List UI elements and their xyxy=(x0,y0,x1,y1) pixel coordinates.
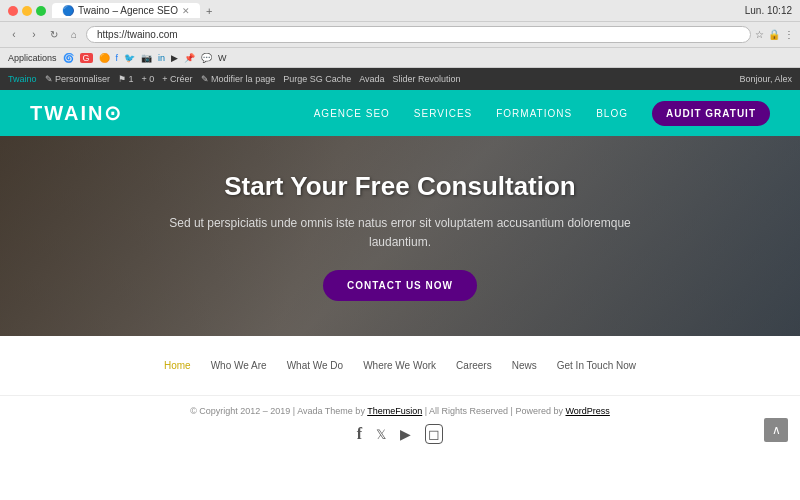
site-logo: TWAIN⊙ xyxy=(30,101,314,125)
nav-blog[interactable]: BLOG xyxy=(596,108,628,119)
wordpress-link[interactable]: WordPress xyxy=(566,406,610,416)
admin-customize[interactable]: ✎ Personnaliser xyxy=(45,74,111,84)
footer-nav-where-we-work[interactable]: Where We Work xyxy=(363,360,436,371)
footer-bottom: © Copyright 2012 – 2019 | Avada Theme by… xyxy=(0,396,800,454)
bookmark-7[interactable]: in xyxy=(158,53,165,63)
nav-services[interactable]: SERVICES xyxy=(414,108,472,119)
nav-links: AGENCE SEO SERVICES FORMATIONS BLOG AUDI… xyxy=(314,101,770,126)
facebook-icon[interactable]: f xyxy=(357,425,362,443)
youtube-icon[interactable]: ▶ xyxy=(400,426,411,442)
instagram-icon[interactable]: ◻ xyxy=(425,424,443,444)
hero-title: Start Your Free Consultation xyxy=(150,171,650,202)
admin-create[interactable]: + Créer xyxy=(162,74,192,84)
footer-nav: Home Who We Are What We Do Where We Work… xyxy=(0,336,800,396)
themefusion-link[interactable]: ThemeFusion xyxy=(367,406,422,416)
address-bar-icons: ☆🔒⋮ xyxy=(755,29,794,40)
bookmark-1[interactable]: 🌀 xyxy=(63,53,74,63)
footer-nav-what-we-do[interactable]: What We Do xyxy=(287,360,344,371)
bookmark-3[interactable]: 🟠 xyxy=(99,53,110,63)
bookmark-6[interactable]: 📷 xyxy=(141,53,152,63)
footer-nav-news[interactable]: News xyxy=(512,360,537,371)
nav-agence-seo[interactable]: AGENCE SEO xyxy=(314,108,390,119)
admin-comments[interactable]: ⚑ 1 xyxy=(118,74,134,84)
hero-section: Start Your Free Consultation Sed ut pers… xyxy=(0,136,800,336)
bookmark-2[interactable]: G xyxy=(80,53,93,63)
time-display: Lun. 10:12 xyxy=(745,5,792,16)
admin-avada[interactable]: Avada xyxy=(359,74,384,84)
page-wrapper: 🔵 Twaino – Agence SEO ✕ + Lun. 10:12 ‹ ›… xyxy=(0,0,800,454)
admin-twaino[interactable]: Twaino xyxy=(8,74,37,84)
contact-us-now-button[interactable]: CONTACT US NOW xyxy=(323,270,477,301)
admin-purge-cache[interactable]: Purge SG Cache xyxy=(283,74,351,84)
new-tab-button[interactable]: + xyxy=(206,5,212,17)
bookmark-9[interactable]: 📌 xyxy=(184,53,195,63)
admin-edit-page[interactable]: ✎ Modifier la page xyxy=(201,74,276,84)
tab-title: Twaino – Agence SEO xyxy=(78,5,178,16)
back-button[interactable]: ‹ xyxy=(6,27,22,43)
footer-nav-careers[interactable]: Careers xyxy=(456,360,492,371)
logo-text: TWAIN xyxy=(30,102,104,124)
traffic-lights xyxy=(8,6,46,16)
admin-plus[interactable]: + 0 xyxy=(142,74,155,84)
site-nav: TWAIN⊙ AGENCE SEO SERVICES FORMATIONS BL… xyxy=(0,90,800,136)
audit-gratuit-button[interactable]: AUDIT GRATUIT xyxy=(652,101,770,126)
applications-bookmark[interactable]: Applications xyxy=(8,53,57,63)
nav-formations[interactable]: FORMATIONS xyxy=(496,108,572,119)
bookmarks-bar: Applications 🌀 G 🟠 f 🐦 📷 in ▶ 📌 💬 W xyxy=(0,48,800,68)
refresh-button[interactable]: ↻ xyxy=(46,27,62,43)
tab-favicon: 🔵 xyxy=(62,5,74,16)
bookmark-5[interactable]: 🐦 xyxy=(124,53,135,63)
close-button[interactable] xyxy=(8,6,18,16)
scroll-to-top-button[interactable]: ∧ xyxy=(764,418,788,442)
logo-symbol: ⊙ xyxy=(104,102,123,124)
browser-chrome: 🔵 Twaino – Agence SEO ✕ + Lun. 10:12 xyxy=(0,0,800,22)
bookmark-4[interactable]: f xyxy=(116,53,119,63)
minimize-button[interactable] xyxy=(22,6,32,16)
admin-slider[interactable]: Slider Revolution xyxy=(393,74,461,84)
forward-button[interactable]: › xyxy=(26,27,42,43)
bookmark-10[interactable]: 💬 xyxy=(201,53,212,63)
footer-copyright: © Copyright 2012 – 2019 | Avada Theme by… xyxy=(190,406,610,416)
admin-greeting: Bonjour, Alex xyxy=(739,74,792,84)
address-input[interactable] xyxy=(86,26,751,43)
admin-bar: Twaino ✎ Personnaliser ⚑ 1 + 0 + Créer ✎… xyxy=(0,68,800,90)
tab-close-icon[interactable]: ✕ xyxy=(182,6,190,16)
twitter-icon[interactable]: 𝕏 xyxy=(376,427,386,442)
footer-nav-home[interactable]: Home xyxy=(164,360,191,371)
bookmark-11[interactable]: W xyxy=(218,53,227,63)
hero-subtitle: Sed ut perspiciatis unde omnis iste natu… xyxy=(150,214,650,252)
home-button[interactable]: ⌂ xyxy=(66,27,82,43)
footer-nav-who-we-are[interactable]: Who We Are xyxy=(211,360,267,371)
fullscreen-button[interactable] xyxy=(36,6,46,16)
bookmark-8[interactable]: ▶ xyxy=(171,53,178,63)
address-bar-row: ‹ › ↻ ⌂ ☆🔒⋮ xyxy=(0,22,800,48)
hero-content: Start Your Free Consultation Sed ut pers… xyxy=(150,171,650,301)
footer-nav-get-in-touch[interactable]: Get In Touch Now xyxy=(557,360,636,371)
browser-tab[interactable]: 🔵 Twaino – Agence SEO ✕ xyxy=(52,3,200,18)
social-icons: f 𝕏 ▶ ◻ xyxy=(357,424,443,444)
